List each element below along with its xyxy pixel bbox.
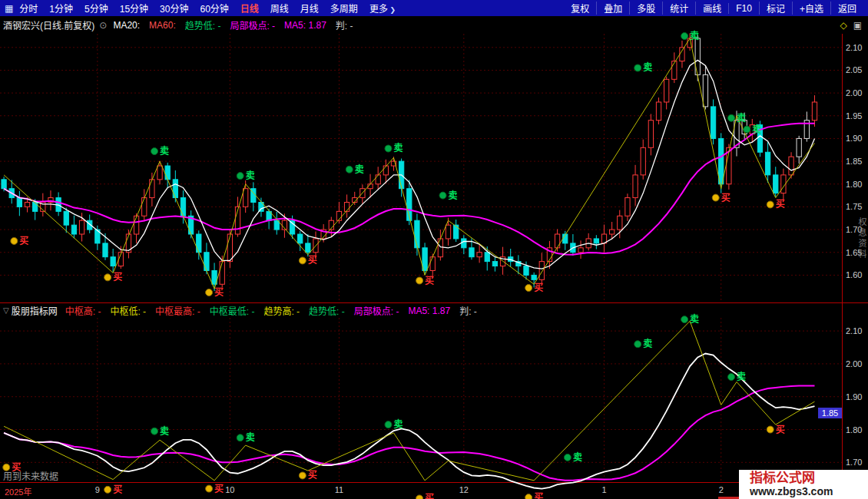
svg-text:买: 买 bbox=[113, 272, 122, 283]
main-candlestick-chart[interactable]: 买买买买买买买买卖卖卖卖卖卖卖卖卖 bbox=[0, 34, 842, 302]
price-label: 1.70 bbox=[846, 458, 862, 467]
price-label: 1.60 bbox=[846, 270, 862, 279]
timeframe-tab[interactable]: 分时 bbox=[19, 2, 38, 15]
svg-text:卖: 卖 bbox=[643, 61, 652, 73]
diamond-mark-icon[interactable]: ◇ bbox=[840, 20, 846, 31]
indicator-readout: 判: - bbox=[336, 18, 353, 31]
svg-text:买: 买 bbox=[776, 199, 785, 210]
toolbar-button[interactable]: 画线 bbox=[695, 2, 728, 15]
indicator-readout: 趋势低: - bbox=[185, 18, 221, 31]
timeframe-tab[interactable]: 60分钟 bbox=[200, 2, 228, 15]
future-data-warning: 用到未来数据 bbox=[3, 469, 58, 482]
main-price-axis: 1.601.651.701.751.801.851.901.952.002.05… bbox=[843, 34, 868, 302]
timeframe-tab[interactable]: 周线 bbox=[270, 2, 289, 15]
svg-text:买: 买 bbox=[19, 236, 28, 246]
timeframe-tab[interactable]: 日线 bbox=[240, 2, 259, 15]
svg-text:买: 买 bbox=[425, 493, 434, 499]
buy-signal-marker: 买 bbox=[104, 272, 123, 283]
toolbar-button[interactable]: 标记 bbox=[759, 2, 792, 15]
price-label: 1.75 bbox=[846, 202, 862, 211]
sell-signal-marker: 卖 bbox=[634, 338, 653, 349]
sell-signal-marker: 卖 bbox=[564, 451, 582, 463]
sell-signal-marker: 卖 bbox=[728, 112, 747, 124]
month-label: 12 bbox=[459, 485, 469, 494]
toolbar-button[interactable]: F10 bbox=[728, 3, 759, 14]
toolbar-button[interactable]: 多股 bbox=[629, 2, 662, 15]
price-label: 2.10 bbox=[846, 43, 862, 52]
buy-signal-marker: 买 bbox=[767, 425, 785, 435]
svg-text:买: 买 bbox=[721, 193, 731, 203]
toolbar-button[interactable]: +自选 bbox=[792, 2, 830, 15]
window-layout-icon[interactable]: ▣ bbox=[853, 20, 862, 31]
watermark-url: www.zbgs3.com bbox=[750, 485, 868, 497]
timeframe-tab[interactable]: 30分钟 bbox=[160, 2, 188, 15]
trading-app-window: ▦ 分时1分钟5分钟15分钟30分钟60分钟日线周线月线多周期更多 ❯ 复权叠加… bbox=[0, 0, 868, 499]
indicator-panel-header: ▽ 股朋指标网 中枢高: -中枢低: -中枢最高: -中枢最低: -趋势高: -… bbox=[0, 303, 842, 318]
buy-signal-marker: 买 bbox=[104, 484, 123, 495]
svg-text:卖: 卖 bbox=[393, 418, 403, 430]
price-label: 1.90 bbox=[846, 134, 862, 143]
svg-text:卖: 卖 bbox=[643, 338, 652, 349]
toolbar-button[interactable]: 叠加 bbox=[596, 2, 629, 15]
svg-text:卖: 卖 bbox=[393, 142, 403, 154]
price-label: 1.85 bbox=[846, 157, 862, 166]
price-label: 2.05 bbox=[846, 65, 862, 74]
price-label: 1.95 bbox=[846, 111, 862, 121]
last-value-badge: 1.85 bbox=[818, 408, 842, 418]
indicator-readout: MA20: bbox=[113, 20, 140, 31]
svg-text:卖: 卖 bbox=[690, 30, 699, 41]
indicator-readout: MA5: 1.87 bbox=[284, 20, 326, 31]
svg-text:买: 买 bbox=[214, 287, 224, 298]
month-label: 9 bbox=[95, 485, 100, 494]
app-menu-icon[interactable]: ▦ bbox=[5, 3, 13, 14]
timeframe-tab[interactable]: 多周期 bbox=[330, 2, 358, 15]
sell-signal-marker: 卖 bbox=[237, 431, 255, 443]
buy-signal-marker: 买 bbox=[712, 193, 731, 203]
timeframe-tab[interactable]: 更多 ❯ bbox=[369, 2, 396, 15]
buy-signal-marker: 买 bbox=[206, 484, 224, 494]
indicator-readout: 趋势低: - bbox=[309, 304, 345, 317]
toolbar-button[interactable]: 复权 bbox=[564, 2, 596, 15]
buy-signal-marker: 买 bbox=[299, 470, 317, 481]
price-label: 1.90 bbox=[846, 392, 862, 402]
svg-text:卖: 卖 bbox=[752, 124, 761, 135]
month-label: 11 bbox=[335, 485, 343, 494]
timeframe-tab[interactable]: 1分钟 bbox=[49, 2, 73, 15]
buy-signal-marker: 买 bbox=[525, 283, 544, 293]
indicator-source-name: 股朋指标网 bbox=[12, 304, 58, 317]
svg-text:卖: 卖 bbox=[737, 371, 746, 382]
toolbar-actions: 复权叠加多股统计画线F10标记+自选返回 bbox=[564, 2, 863, 15]
svg-text:买: 买 bbox=[425, 276, 434, 286]
svg-text:卖: 卖 bbox=[246, 431, 255, 443]
toolbar-button[interactable]: 返回 bbox=[830, 2, 863, 15]
sell-signal-marker: 卖 bbox=[151, 425, 170, 437]
svg-text:卖: 卖 bbox=[160, 425, 169, 437]
month-label: 2 bbox=[719, 485, 724, 494]
sell-signal-marker: 卖 bbox=[634, 61, 653, 73]
timeframe-tab[interactable]: 15分钟 bbox=[120, 2, 148, 15]
svg-text:买: 买 bbox=[534, 283, 543, 293]
year-label: 2025年 bbox=[5, 485, 31, 497]
watermark-site-name: 指标公式网 bbox=[750, 471, 868, 485]
buy-signal-marker: 买 bbox=[416, 276, 435, 286]
panel-collapse-icon[interactable]: ▽ bbox=[3, 306, 9, 315]
indicator-readout: 中枢低: - bbox=[110, 304, 146, 317]
toolbar-button[interactable]: 统计 bbox=[662, 2, 695, 15]
indicator-readout: 判: - bbox=[459, 304, 477, 317]
svg-text:卖: 卖 bbox=[573, 451, 582, 463]
indicator-readout: MA60: bbox=[149, 20, 176, 31]
indicator-price-axis: 1.701.801.902.002.10 bbox=[843, 318, 868, 482]
sell-signal-marker: 卖 bbox=[385, 142, 403, 154]
indicator-readout: 局部极点: - bbox=[230, 18, 275, 31]
sell-signal-marker: 卖 bbox=[237, 170, 255, 181]
timeframe-tab[interactable]: 5分钟 bbox=[84, 2, 108, 15]
collapse-circle-icon[interactable]: ⊙ bbox=[99, 20, 107, 31]
sell-signal-marker: 卖 bbox=[439, 190, 458, 201]
price-label: 2.00 bbox=[846, 359, 862, 368]
panel-indicator-readouts: 中枢高: -中枢低: -中枢最高: -中枢最低: -趋势高: -趋势低: -局部… bbox=[65, 304, 477, 317]
indicator-readout: 中枢最低: - bbox=[210, 304, 255, 317]
indicator-line-chart[interactable]: 买买买买买买买卖卖卖卖卖卖卖 bbox=[0, 318, 842, 482]
timeframe-tab[interactable]: 月线 bbox=[300, 2, 319, 15]
month-label: 10 bbox=[225, 485, 234, 494]
stock-title: 酒钢宏兴(日线.前复权) bbox=[3, 18, 94, 31]
